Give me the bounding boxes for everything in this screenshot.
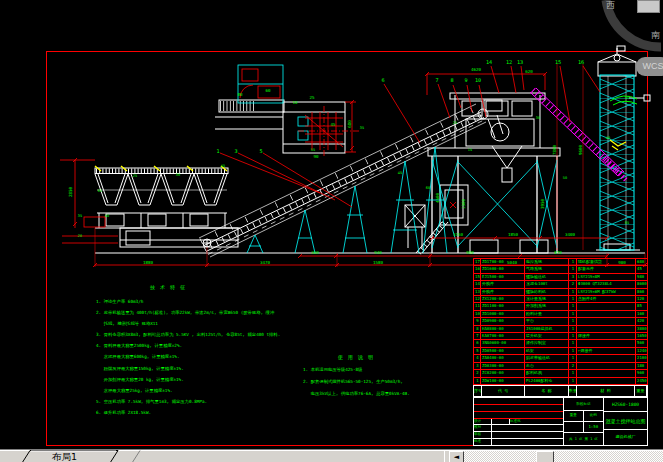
bom-cell <box>577 326 636 332</box>
titleblock-drawing-name: 混凝土搅拌站总图 <box>604 412 647 430</box>
scrollbar-left-arrow[interactable]: ◄ <box>449 451 464 462</box>
viewcube-west-label[interactable]: 西 <box>606 0 615 12</box>
horizontal-scrollbar-track[interactable] <box>464 451 663 462</box>
viewcube-face[interactable] <box>637 0 660 13</box>
bom-cell: EJ1500-00 <box>481 274 525 280</box>
dimension-label: 35 <box>78 214 82 218</box>
dimension-label: 45 <box>221 164 225 168</box>
dimension-label: 4500 <box>435 193 440 203</box>
bom-row: 4ZA0400-00斜皮带输送机12100 <box>473 355 648 362</box>
dimension-label: 85 <box>625 221 629 225</box>
bom-row: 14外购件水泥仓100t2Φ3000 QT3238L48600 <box>473 281 648 288</box>
dimension-label: 4620 <box>471 67 481 72</box>
dimension-label: 680 <box>347 120 352 128</box>
bom-cell: ZD0500-00 <box>481 348 525 354</box>
note-line: 电压3kV以上, 供电功率76-6A, 总容量0kVA-4B. <box>303 388 410 400</box>
bom-cell: 电控系统 <box>525 259 569 265</box>
bom-cell: 11 <box>473 303 481 309</box>
bom-row: 10ZD1000-00粉料计量1160 <box>473 311 648 318</box>
bom-row: 17ZD1700-00电控系统1随机配套供货680 <box>473 259 648 266</box>
bom-cell: 16 <box>473 266 481 272</box>
dimension-label: 50 <box>625 96 629 100</box>
dimension-label: 3470 <box>260 260 270 265</box>
bom-cell: 含附件4件 <box>577 296 636 302</box>
bom-cell: 2 <box>569 363 577 369</box>
bom-cell: 7 <box>473 333 481 339</box>
dimension-label: 870 <box>554 250 562 255</box>
bom-cell: 3800 <box>636 326 648 332</box>
bom-cell: 680 <box>636 259 648 265</box>
viewcube-south-label[interactable]: 南 <box>651 29 660 42</box>
bom-cell: 5 <box>473 348 481 354</box>
dimension-label: 2850 <box>68 187 73 197</box>
titleblock-sheet: 共 1 张 第 1 张 <box>564 433 603 445</box>
bom-cell: 1 <box>569 348 577 354</box>
bom-cell: ZD1000-00 <box>481 311 525 317</box>
dimension-label: 1850 <box>508 232 518 237</box>
titleblock-design-label: 设计 <box>474 419 492 425</box>
bom-cell: 1 <box>569 311 577 317</box>
bom-cell: ZA0400-00 <box>481 355 525 361</box>
note-line: 4. 骨料秤最大称量2500kg, 计量精度±2%. <box>96 340 280 351</box>
bom-cell: 1 <box>569 266 577 272</box>
bom-cell: 8600 <box>636 281 648 287</box>
parts-list-table: 17ZD1700-00电控系统1随机配套供货68016ZD1600-00气路系统… <box>473 258 648 385</box>
note-line: 2. 皮带机输送量为 400t/h(标准), 功率22kW, 带速2m/s, 带… <box>96 307 280 318</box>
bom-cell: 960 <box>636 370 648 376</box>
machine-structure-cyan <box>238 65 634 253</box>
dimension-label: 1500 <box>461 199 466 209</box>
bom-cell: 8 <box>473 326 481 332</box>
callout-number: 9 <box>464 77 467 83</box>
bom-cell: HA0800-00 <box>481 326 525 332</box>
bom-cell: ←焊接件 <box>577 348 636 354</box>
bom-cell: KA0700-00 <box>481 333 525 339</box>
bom-cell: 1 <box>569 296 577 302</box>
layout-tab-bar: 布局1 ◄ <box>0 449 663 462</box>
bom-cell: 15 <box>473 274 481 280</box>
titleblock-company: 建设机械厂 <box>604 430 647 445</box>
bom-cell: 水泥仓100t <box>525 281 569 287</box>
bom-cell: 走台 <box>525 363 569 369</box>
bom-header-cell: 名 称 <box>525 386 568 396</box>
bom-cell: 1 <box>569 333 577 339</box>
tab-layout1-label[interactable]: 布局1 <box>51 451 77 462</box>
horizontal-scrollbar-thumb[interactable] <box>536 451 554 462</box>
bom-cell: 860 <box>636 289 648 295</box>
bom-row: 5ZD0500-00机架1←焊接件1240 <box>473 348 648 355</box>
callout-number: 3 <box>234 148 237 154</box>
drawing-canvas[interactable]: 1880347015805040900360940900870315018503… <box>0 0 663 449</box>
bom-cell: 螺旋输送机 <box>525 274 569 280</box>
bom-cell: 17 <box>473 259 481 265</box>
note-line: 1. 理论生产率 60m3/h <box>96 296 280 307</box>
bom-cell: 1 <box>569 378 577 384</box>
note-line: 水秤最大称量25kg, 计量精度±1%. <box>96 385 280 396</box>
bom-row: 7KA0700-00提升机架1焊接件1650 <box>473 333 648 340</box>
bom-cell <box>577 340 636 346</box>
titleblock-drawing-number: HZS60-1800 <box>604 398 647 412</box>
bom-cell: 4 <box>473 355 481 361</box>
wcs-indicator[interactable]: WCS <box>636 57 663 76</box>
bom-cell: PL2400配料仓 <box>525 378 569 384</box>
bom-cell: ZC0200-00 <box>481 370 525 376</box>
bom-cell: 1 <box>473 378 481 384</box>
note-line: 3. 骨料仓容积3X8m3, 配料站总功率为 5.5KV , 出料125t/h,… <box>96 329 280 340</box>
dimension-lines <box>60 64 647 267</box>
dimension-label: 1580 <box>373 260 383 265</box>
bom-cell: 2 <box>473 370 481 376</box>
bom-cell: 气路系统 <box>525 266 569 272</box>
dimension-label: 25 <box>309 95 314 100</box>
bom-cell <box>577 378 636 384</box>
bom-cell: 120 <box>636 296 648 302</box>
bom-cell: 水计量系统 <box>525 296 569 302</box>
dimension-label: 50 <box>563 176 567 180</box>
titleblock-standard-label: 标准化 <box>510 419 563 425</box>
dimension-label: 20 <box>78 234 82 238</box>
dimension-label: 360 <box>311 250 319 255</box>
dimension-label: 620 <box>525 69 533 74</box>
bom-cell <box>577 355 636 361</box>
bom-row: 13外购件螺旋给料机1LSY219×6M 配37kW860 <box>473 289 648 296</box>
bom-header-cell: 重量 <box>635 386 647 396</box>
titleblock-scale-value: 1:50 <box>584 422 604 432</box>
bom-row: 15EJ1500-00螺旋输送机3LSY219×8M980 <box>473 274 648 281</box>
bom-cell: 斜皮带输送机 <box>525 355 569 361</box>
